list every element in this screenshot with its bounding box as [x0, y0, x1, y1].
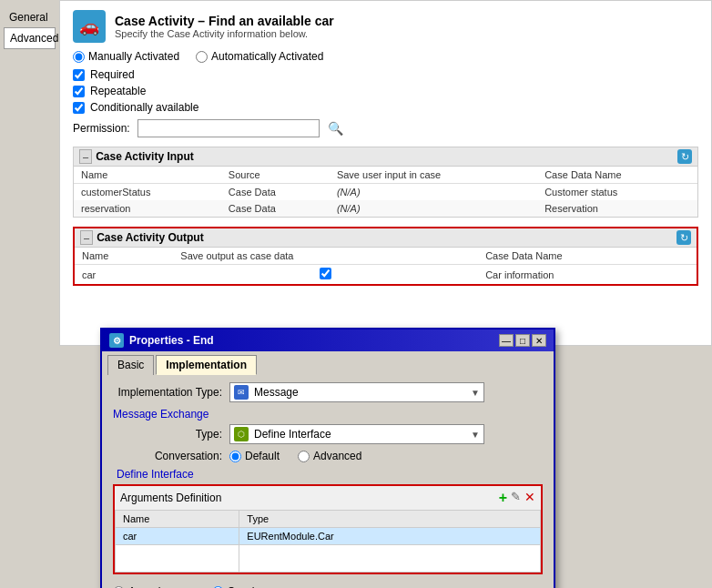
output-section-title-row: – Case Activity Output: [80, 230, 204, 245]
args-empty-row: [116, 545, 541, 573]
sidebar: General Advanced: [0, 0, 59, 346]
output-table: Name Save output as case data Case Data …: [75, 248, 697, 284]
input-row2-name: reservation: [74, 200, 221, 217]
tab-implementation[interactable]: Implementation: [156, 355, 257, 375]
args-delete-icon[interactable]: ✕: [524, 490, 535, 506]
dialog-title-left: ⚙ Properties - End: [109, 333, 214, 348]
args-col-type: Type: [239, 511, 541, 528]
output-row1-dataname: Car information: [478, 265, 697, 285]
dialog-title: Properties - End: [129, 334, 214, 347]
output-row1-save: [173, 265, 478, 285]
table-row: customerStatus Case Data (N/A) Customer …: [74, 184, 697, 201]
dialog-content: Implementation Type: ✉ Message ▼ Message…: [102, 375, 554, 588]
dialog-controls: — □ ✕: [499, 334, 546, 347]
args-definition-box: Arguments Definition + ✎ ✕ Name Type car: [113, 484, 543, 574]
permission-input[interactable]: [137, 119, 320, 137]
repeatable-label: Repeatable: [90, 85, 146, 97]
output-col-dataname: Case Data Name: [478, 248, 697, 265]
args-edit-icon[interactable]: ✎: [511, 490, 521, 506]
conversation-advanced-label[interactable]: Advanced: [298, 450, 361, 462]
dialog-tabs: Basic Implementation: [102, 351, 554, 375]
conversation-default-label[interactable]: Default: [229, 450, 280, 462]
dialog-titlebar: ⚙ Properties - End — □ ✕: [102, 329, 554, 351]
args-icons: + ✎ ✕: [499, 490, 535, 506]
input-refresh-icon[interactable]: ↻: [677, 149, 692, 164]
input-table: Name Source Save user input in case Case…: [74, 167, 697, 217]
define-interface-section: Define Interface: [117, 468, 543, 481]
impl-type-row: Implementation Type: ✉ Message ▼: [113, 382, 543, 402]
sidebar-item-general[interactable]: General: [4, 7, 56, 27]
output-section-header: – Case Activity Output ↻: [75, 228, 697, 248]
input-col-save: Save user input in case: [330, 167, 537, 184]
message-exchange-section: Message Exchange: [113, 408, 543, 421]
sidebar-item-advanced[interactable]: Advanced: [4, 27, 56, 49]
args-col-name: Name: [116, 511, 239, 528]
dialog-minimize-btn[interactable]: —: [499, 334, 514, 347]
output-row1-name: car: [75, 265, 173, 285]
required-label: Required: [90, 68, 135, 81]
tab-basic[interactable]: Basic: [107, 355, 154, 375]
input-row2-dataname: Reservation: [537, 200, 697, 217]
repeatable-checkbox[interactable]: [73, 86, 85, 97]
conversation-advanced-radio[interactable]: [298, 451, 310, 462]
input-row1-save: (N/A): [330, 184, 537, 201]
async-sync-row: Asynchronous Synchronous: [113, 582, 543, 588]
conditionally-checkbox[interactable]: [73, 102, 85, 114]
required-row: Required: [73, 68, 698, 81]
input-section-title: Case Activity Input: [96, 150, 194, 163]
output-section-title: Case Activity Output: [97, 231, 204, 244]
input-row1-dataname: Customer status: [537, 184, 697, 201]
output-section: – Case Activity Output ↻ Name Save outpu…: [73, 227, 698, 286]
conversation-row: Conversation: Default Advanced: [113, 450, 543, 462]
args-title: Arguments Definition: [120, 492, 221, 504]
impl-type-select[interactable]: ✉ Message ▼: [229, 382, 484, 402]
table-row: car Car information: [75, 265, 697, 285]
car-icon: 🚗: [73, 10, 106, 43]
output-col-name: Name: [75, 248, 173, 265]
auto-activated-radio[interactable]: [196, 51, 208, 63]
input-section-title-row: – Case Activity Input: [79, 149, 194, 164]
output-refresh-icon[interactable]: ↻: [676, 230, 691, 245]
permission-label: Permission:: [73, 122, 130, 135]
output-collapse-btn[interactable]: –: [80, 230, 93, 245]
output-save-checkbox[interactable]: [320, 268, 331, 279]
dialog-maximize-btn[interactable]: □: [515, 334, 530, 347]
required-checkbox[interactable]: [73, 69, 85, 81]
manually-activated-radio[interactable]: [73, 51, 85, 63]
message-exchange-label: Message Exchange: [113, 408, 209, 421]
input-col-dataname: Case Data Name: [537, 167, 697, 184]
conversation-label: Conversation:: [113, 450, 222, 462]
args-empty-name: [116, 545, 239, 573]
args-add-icon[interactable]: +: [499, 490, 507, 506]
input-row1-source: Case Data: [221, 184, 330, 201]
panel-subtitle: Specify the Case Activity information be…: [115, 28, 334, 39]
panel-title: Case Activity – Find an available car: [115, 14, 334, 28]
define-icon: ⬡: [234, 427, 249, 441]
input-section: – Case Activity Input ↻ Name Source Save…: [73, 147, 698, 218]
output-col-save: Save output as case data: [173, 248, 478, 265]
repeatable-row: Repeatable: [73, 85, 698, 97]
args-row1-type: EURentModule.Car: [239, 528, 541, 545]
dialog-close-btn[interactable]: ✕: [532, 334, 546, 347]
type-arrow: ▼: [471, 430, 480, 440]
auto-activated-label[interactable]: Automatically Activated: [196, 50, 323, 63]
table-row: reservation Case Data (N/A) Reservation: [74, 200, 697, 217]
input-row1-name: customerStatus: [74, 184, 221, 201]
message-icon: ✉: [234, 385, 249, 400]
activation-row: Manually Activated Automatically Activat…: [73, 50, 698, 63]
args-header: Arguments Definition + ✎ ✕: [115, 486, 541, 510]
panel-title-block: Case Activity – Find an available car Sp…: [115, 14, 334, 39]
conditionally-row: Conditionally available: [73, 101, 698, 114]
permission-search-button[interactable]: 🔍: [327, 119, 345, 137]
permission-row: Permission: 🔍: [73, 119, 698, 137]
input-collapse-btn[interactable]: –: [79, 149, 92, 164]
conversation-default-radio[interactable]: [229, 451, 241, 462]
properties-dialog: ⚙ Properties - End — □ ✕ Basic Implement…: [100, 328, 555, 588]
main-panel: 🚗 Case Activity – Find an available car …: [59, 0, 712, 346]
manually-activated-label[interactable]: Manually Activated: [73, 50, 179, 63]
args-row1-name: car: [116, 528, 239, 545]
type-select[interactable]: ⬡ Define Interface ▼: [229, 424, 484, 444]
conditionally-label: Conditionally available: [90, 101, 198, 114]
panel-icon: 🚗: [73, 10, 106, 43]
args-row[interactable]: car EURentModule.Car: [116, 528, 541, 545]
